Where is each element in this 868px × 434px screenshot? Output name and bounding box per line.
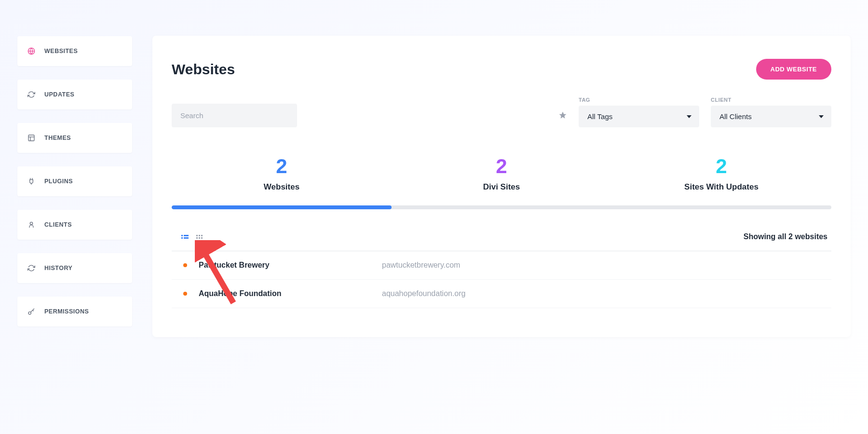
showing-count: Showing all 2 websites (744, 232, 827, 241)
view-toggles (181, 235, 203, 239)
sidebar: WEBSITES UPDATES THEMES PLUGINS CLIENTS (17, 24, 132, 337)
user-icon (27, 220, 36, 229)
sidebar-item-permissions[interactable]: PERMISSIONS (17, 297, 132, 326)
tab-indicator-fill (172, 205, 392, 209)
globe-icon (27, 47, 36, 55)
status-dot-icon (183, 292, 187, 296)
tag-select[interactable]: All Tags (579, 106, 699, 127)
sidebar-item-label: WEBSITES (44, 48, 78, 54)
tab-indicator (172, 205, 831, 209)
websites-table: Pawtucket Brewery pawtucketbrewery.com A… (172, 251, 831, 308)
plug-icon (27, 177, 36, 186)
list-header: Showing all 2 websites (172, 232, 831, 251)
header-row: Websites ADD WEBSITE (172, 59, 831, 80)
client-filter: CLIENT All Clients (711, 97, 831, 127)
table-row[interactable]: Pawtucket Brewery pawtucketbrewery.com (172, 251, 831, 280)
list-view-icon[interactable] (181, 235, 189, 239)
stat-value: 2 (172, 156, 392, 176)
svg-rect-2 (28, 135, 34, 141)
sidebar-item-label: HISTORY (44, 265, 72, 271)
page-title: Websites (172, 61, 235, 78)
client-select[interactable]: All Clients (711, 106, 831, 127)
svg-point-5 (30, 222, 32, 225)
sidebar-item-clients[interactable]: CLIENTS (17, 210, 132, 240)
status-dot-icon (183, 263, 187, 267)
filters-row: TAG All Tags CLIENT All Clients (172, 97, 831, 127)
grid-view-icon[interactable] (196, 235, 203, 239)
sidebar-item-label: PERMISSIONS (44, 308, 89, 315)
stat-sites-with-updates[interactable]: 2 Sites With Updates (611, 150, 831, 205)
sidebar-item-updates[interactable]: UPDATES (17, 80, 132, 109)
website-url: aquahopefoundation.org (382, 289, 466, 298)
sidebar-item-plugins[interactable]: PLUGINS (17, 166, 132, 196)
stat-value: 2 (611, 156, 831, 176)
stat-label: Sites With Updates (611, 182, 831, 192)
add-website-button[interactable]: ADD WEBSITE (756, 59, 832, 80)
tag-filter-label: TAG (579, 97, 699, 103)
sidebar-item-themes[interactable]: THEMES (17, 123, 132, 153)
sidebar-item-history[interactable]: HISTORY (17, 253, 132, 283)
table-row[interactable]: AquaHope Foundation aquahopefoundation.o… (172, 280, 831, 308)
svg-point-6 (28, 312, 31, 314)
client-filter-label: CLIENT (711, 97, 831, 103)
layout-icon (27, 134, 36, 142)
sidebar-item-websites[interactable]: WEBSITES (17, 36, 132, 66)
refresh-icon (27, 264, 36, 272)
sidebar-item-label: CLIENTS (44, 221, 72, 228)
stat-label: Divi Sites (392, 182, 611, 192)
sidebar-item-label: PLUGINS (44, 178, 73, 185)
stat-label: Websites (172, 182, 392, 192)
refresh-icon (27, 90, 36, 99)
sidebar-item-label: THEMES (44, 135, 71, 141)
star-icon[interactable] (558, 111, 567, 122)
stat-value: 2 (392, 156, 611, 176)
website-name: AquaHope Foundation (199, 289, 382, 298)
website-url: pawtucketbrewery.com (382, 261, 460, 270)
main-panel: Websites ADD WEBSITE TAG All Tags CLIENT (152, 36, 851, 337)
key-icon (27, 307, 36, 316)
stat-divi-sites[interactable]: 2 Divi Sites (392, 150, 611, 205)
stat-websites[interactable]: 2 Websites (172, 150, 392, 205)
website-name: Pawtucket Brewery (199, 261, 382, 270)
sidebar-item-label: UPDATES (44, 91, 74, 98)
stats-row: 2 Websites 2 Divi Sites 2 Sites With Upd… (172, 150, 831, 205)
search-input[interactable] (172, 104, 297, 127)
tag-filter: TAG All Tags (579, 97, 699, 127)
